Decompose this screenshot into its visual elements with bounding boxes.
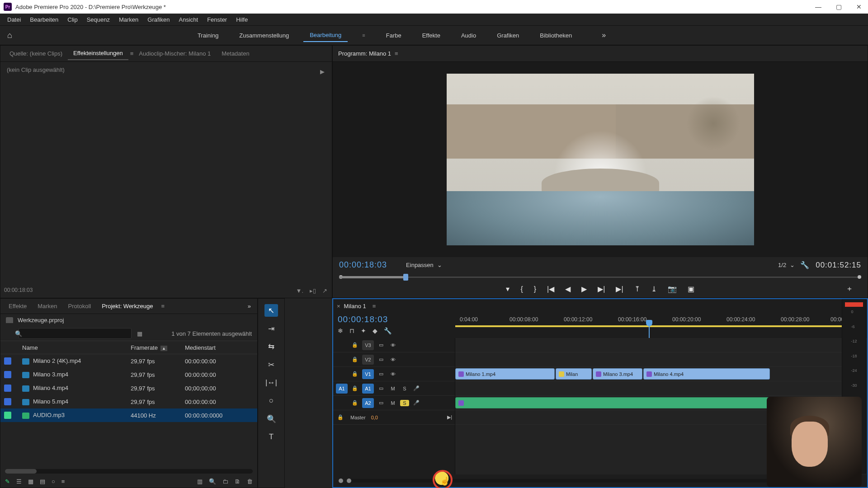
workspace-training[interactable]: Training <box>191 29 225 42</box>
timeline-settings-icon[interactable]: 🔧 <box>384 327 392 334</box>
fit-dropdown[interactable]: Einpassen⌄ <box>406 262 442 268</box>
new-item-icon[interactable]: 🗎 <box>235 478 241 485</box>
pen-tool[interactable]: ○ <box>264 394 278 407</box>
razor-tool[interactable]: ✂ <box>264 358 278 371</box>
maximize-button[interactable]: ▢ <box>833 3 844 10</box>
track-header-a2[interactable]: 🔒 A2 ▭ M S 🎤 <box>333 396 455 410</box>
clip-milan[interactable]: Milan <box>556 368 592 380</box>
selection-tool[interactable]: ↖ <box>264 304 278 317</box>
workspace-farbe[interactable]: Farbe <box>380 29 408 42</box>
workspace-effekte[interactable]: Effekte <box>416 29 447 42</box>
menu-marken[interactable]: Marken <box>114 15 143 24</box>
close-sequence-icon[interactable]: × <box>337 303 340 310</box>
table-row[interactable]: AUDIO.mp3 44100 Hz00:00:00:0000 <box>0 408 257 422</box>
slip-tool[interactable]: |↔| <box>264 376 278 389</box>
ripple-edit-tool[interactable]: ⇆ <box>264 340 278 353</box>
program-menu-icon[interactable]: ≡ <box>395 50 398 57</box>
workspace-audio[interactable]: Audio <box>455 29 482 42</box>
play-icon[interactable]: ▶ <box>580 283 589 295</box>
go-to-in-icon[interactable]: |◀ <box>545 283 556 295</box>
track-header-v3[interactable]: 🔒 V3 ▭ 👁 <box>333 338 455 352</box>
bin-icon[interactable] <box>6 317 13 323</box>
comparison-icon[interactable]: ▣ <box>686 283 696 295</box>
close-button[interactable]: ✕ <box>854 3 864 10</box>
program-scrubber[interactable] <box>339 272 861 280</box>
zoom-dropdown[interactable]: 1/2⌄ <box>778 262 795 268</box>
label-chip[interactable] <box>4 371 11 378</box>
home-icon[interactable]: ⌂ <box>0 31 19 40</box>
go-to-out-icon[interactable]: ▶| <box>614 283 625 295</box>
clip-milano1[interactable]: Milano 1.mp4 <box>455 368 555 380</box>
clip-audio-a2[interactable] <box>455 397 772 408</box>
label-chip[interactable] <box>4 412 11 419</box>
horizontal-scrollbar[interactable] <box>5 469 253 474</box>
workspace-grafiken[interactable]: Grafiken <box>491 29 525 42</box>
add-marker-icon[interactable]: ▾ <box>504 283 511 295</box>
menu-grafiken[interactable]: Grafiken <box>143 15 174 24</box>
workspace-bibliotheken[interactable]: Bibliotheken <box>533 29 578 42</box>
track-header-master[interactable]: 🔒 Master 0,0 ▶| <box>333 410 455 425</box>
program-playhead[interactable] <box>403 274 408 281</box>
sort-icon[interactable]: ≡ <box>61 478 65 485</box>
label-chip[interactable] <box>4 398 11 405</box>
sync-lock-icon[interactable]: ▭ <box>377 385 386 391</box>
table-row[interactable]: Milano 2 (4K).mp4 29,97 fps00:00:00:00 <box>0 354 257 368</box>
track-header-v2[interactable]: 🔒 V2 ▭ 👁 <box>333 352 455 367</box>
mute-button[interactable]: M <box>388 386 397 391</box>
icon-view-icon[interactable]: ▦ <box>28 478 33 485</box>
tab-source[interactable]: Quelle: (keine Clips) <box>4 47 68 60</box>
source-patch-a1[interactable]: A1 <box>336 384 348 394</box>
lift-icon[interactable]: ⤒ <box>632 283 642 295</box>
filter-bins-icon[interactable]: ▦ <box>137 330 142 337</box>
zoom-out-handle[interactable] <box>339 479 343 483</box>
label-chip[interactable] <box>4 385 11 392</box>
clip-milano4[interactable]: Milano 4.mp4 <box>643 368 770 380</box>
snap-icon[interactable]: ❄ <box>338 327 343 334</box>
tab-audioclip-mixer[interactable]: Audioclip-Mischer: Milano 1 <box>133 47 216 60</box>
menu-datei[interactable]: Datei <box>3 15 25 24</box>
voice-over-icon[interactable]: 🎤 <box>412 385 421 391</box>
linked-selection-icon[interactable]: ⊓ <box>349 327 354 334</box>
step-forward-icon[interactable]: ▶| <box>596 283 607 295</box>
menu-hilfe[interactable]: Hilfe <box>231 15 252 24</box>
play-from-icon[interactable]: ▶| <box>447 414 452 420</box>
sync-lock-icon[interactable]: ▭ <box>377 371 386 377</box>
solo-button[interactable]: S <box>400 386 409 391</box>
menu-bearbeiten[interactable]: Bearbeiten <box>25 15 63 24</box>
menu-clip[interactable]: Clip <box>63 15 82 24</box>
eye-icon[interactable]: 👁 <box>388 357 397 362</box>
menu-fenster[interactable]: Fenster <box>203 15 231 24</box>
button-editor-icon[interactable]: ＋ <box>844 282 855 296</box>
panel-menu-icon[interactable]: ≡ <box>130 50 134 57</box>
workspace-bearbeitung[interactable]: Bearbeitung <box>303 29 348 42</box>
sync-lock-icon[interactable]: ▭ <box>377 400 386 406</box>
tab-marken[interactable]: Marken <box>32 300 62 312</box>
lock-icon[interactable]: 🔒 <box>350 357 359 362</box>
filter-icon[interactable]: ▼. <box>296 287 303 294</box>
zoom-slider-dot[interactable]: ○ <box>52 478 55 485</box>
table-row[interactable]: Milano 4.mp4 29,97 fps00;00;00;00 <box>0 381 257 395</box>
mute-button[interactable]: M <box>388 400 397 406</box>
table-row[interactable]: Milano 5.mp4 29,97 fps00:00:00:00 <box>0 395 257 408</box>
lock-icon[interactable]: 🔒 <box>350 385 359 391</box>
sequence-name[interactable]: Milano 1 <box>344 303 366 310</box>
tab-effekte[interactable]: Effekte <box>3 300 32 312</box>
time-ruler[interactable]: 0:04:00 00:00:08:00 00:00:12:00 00:00:16… <box>455 313 867 338</box>
project-search-input[interactable] <box>19 328 132 339</box>
workspace-zusammenstellung[interactable]: Zusammenstellung <box>233 29 295 42</box>
tabs-overflow-icon[interactable]: » <box>244 301 255 311</box>
menu-ansicht[interactable]: Ansicht <box>174 15 203 24</box>
table-row[interactable]: Milano 3.mp4 29,97 fps00:00:00:00 <box>0 368 257 381</box>
lock-icon[interactable]: 🔒 <box>336 414 345 420</box>
hand-tool[interactable]: 🔍 <box>264 413 278 425</box>
timeline-timecode[interactable]: 00:00:18:03 <box>338 314 451 324</box>
settings-wrench-icon[interactable]: 🔧 <box>800 261 809 269</box>
solo-button[interactable]: S <box>400 400 409 406</box>
track-header-a1[interactable]: A1 🔒 A1 ▭ M S 🎤 <box>333 381 455 396</box>
eye-icon[interactable]: 👁 <box>388 343 397 348</box>
extract-icon[interactable]: ⤓ <box>649 283 659 295</box>
sequence-menu-icon[interactable]: ≡ <box>373 303 376 310</box>
label-chip[interactable] <box>4 357 11 365</box>
tab-protokoll[interactable]: Protokoll <box>63 300 97 312</box>
lock-icon[interactable]: 🔒 <box>350 342 359 348</box>
